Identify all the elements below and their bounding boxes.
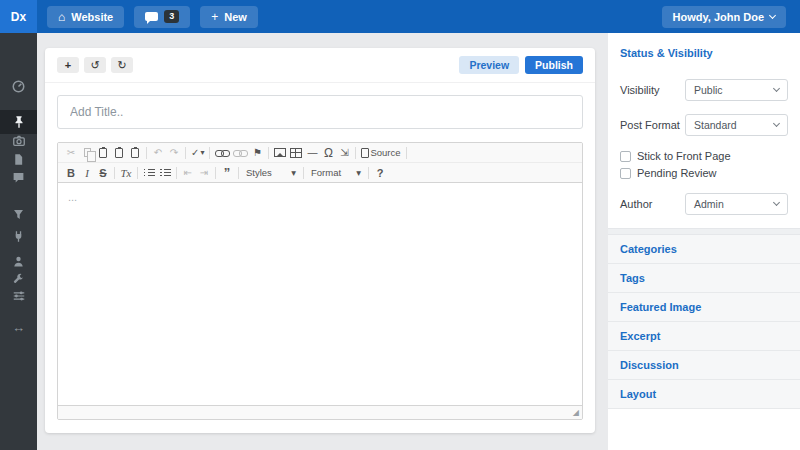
toolbar-separator xyxy=(209,147,210,159)
spellcheck-icon: ✓ xyxy=(191,147,199,158)
anchor-button[interactable]: ⚑ xyxy=(249,145,265,161)
preview-button[interactable]: Preview xyxy=(459,56,519,74)
insert-image-button[interactable] xyxy=(272,145,288,161)
visibility-select[interactable]: Public xyxy=(685,79,788,101)
caret-down-icon: ▾ xyxy=(356,167,361,178)
image-icon xyxy=(274,148,286,157)
account-label: Howdy, John Doe xyxy=(673,11,764,23)
stick-front-page-label: Stick to Front Page xyxy=(637,150,731,162)
maximize-button[interactable]: ⇲ xyxy=(336,145,352,161)
bold-button[interactable]: B xyxy=(63,165,79,181)
stick-front-page-checkbox[interactable] xyxy=(620,151,631,162)
toolbar-separator xyxy=(146,147,147,159)
account-menu-button[interactable]: Howdy, John Doe xyxy=(662,6,786,28)
sidebar-item-settings[interactable] xyxy=(0,284,37,308)
undo-toolbar-button[interactable]: ↶ xyxy=(150,145,166,161)
remove-format-button[interactable]: Tx xyxy=(118,165,134,181)
section-layout[interactable]: Layout xyxy=(608,380,800,409)
paste-word-button[interactable] xyxy=(127,145,143,161)
format-dropdown[interactable]: Format▾ xyxy=(307,165,365,181)
plugins-icon xyxy=(12,230,25,243)
pages-icon xyxy=(12,153,25,166)
editor-content-placeholder: ... xyxy=(68,191,77,203)
redo-toolbar-button[interactable]: ↷ xyxy=(166,145,182,161)
source-button[interactable]: Source xyxy=(359,145,402,161)
users-icon xyxy=(12,255,25,268)
styles-dropdown-label: Styles xyxy=(246,167,272,178)
title-input[interactable] xyxy=(57,95,583,129)
comment-bubble-icon xyxy=(145,12,158,21)
sidebar-item-plugins[interactable] xyxy=(0,224,37,248)
editor-header-actions: + ↺ ↻ xyxy=(57,57,133,73)
new-button-label: New xyxy=(224,11,247,23)
editor-content-area[interactable]: ... xyxy=(58,183,582,405)
pending-review-option[interactable]: Pending Review xyxy=(620,167,788,179)
toolbar-separator xyxy=(185,147,186,159)
pending-review-checkbox[interactable] xyxy=(620,168,631,179)
toolbar-separator xyxy=(137,167,138,179)
section-featured-image[interactable]: Featured Image xyxy=(608,293,800,322)
publish-button[interactable]: Publish xyxy=(525,56,583,74)
new-button[interactable]: + New xyxy=(200,6,258,28)
numbered-list-icon xyxy=(148,169,155,171)
pending-review-label: Pending Review xyxy=(637,167,717,179)
editor-status-bar: ◢ xyxy=(58,405,582,419)
paste-text-button[interactable] xyxy=(111,145,127,161)
settings-sliders-icon xyxy=(12,289,26,303)
chevron-down-icon xyxy=(769,11,776,18)
post-format-select[interactable]: Standard xyxy=(685,114,788,136)
toolbar-separator xyxy=(176,167,177,179)
editor-toolbar-row2: B I S Tx ⇤ ⇥ ” Styles▾ Format▾ xyxy=(58,163,582,183)
sidebar-item-comments[interactable] xyxy=(0,165,37,189)
filter-appearance-icon xyxy=(12,208,25,221)
sidebar-item-dashboard[interactable] xyxy=(0,74,37,98)
toolbar-separator xyxy=(268,147,269,159)
add-block-button[interactable]: + xyxy=(57,57,79,73)
copy-button[interactable] xyxy=(79,145,95,161)
sidebar-item-appearance[interactable] xyxy=(0,202,37,226)
collapse-arrow-icon: ↔ xyxy=(12,321,25,334)
section-categories[interactable]: Categories xyxy=(608,235,800,264)
toolbar-separator xyxy=(215,167,216,179)
section-discussion[interactable]: Discussion xyxy=(608,351,800,380)
toolbar-separator xyxy=(406,147,407,159)
blockquote-button[interactable]: ” xyxy=(219,165,235,181)
outdent-button[interactable]: ⇤ xyxy=(180,165,196,181)
unlink-icon xyxy=(233,149,247,157)
undo-button[interactable]: ↺ xyxy=(84,57,106,73)
spellcheck-button[interactable]: ✓▾ xyxy=(189,145,206,161)
cut-button[interactable]: ✂ xyxy=(63,145,79,161)
sidebar-item-collapse[interactable]: ↔ xyxy=(0,315,37,339)
section-status-visibility[interactable]: Status & Visibility xyxy=(608,33,800,59)
author-value: Admin xyxy=(694,198,724,210)
unlink-button[interactable] xyxy=(231,145,249,161)
bulleted-list-button[interactable] xyxy=(157,165,173,181)
section-tags[interactable]: Tags xyxy=(608,264,800,293)
styles-dropdown[interactable]: Styles▾ xyxy=(242,165,300,181)
link-button[interactable] xyxy=(213,145,231,161)
pin-posts-icon xyxy=(12,115,26,129)
section-excerpt[interactable]: Excerpt xyxy=(608,322,800,351)
strikethrough-button[interactable]: S xyxy=(95,165,111,181)
table-icon xyxy=(290,148,302,158)
resize-grip[interactable]: ◢ xyxy=(573,409,579,417)
insert-table-button[interactable] xyxy=(288,145,304,161)
settings-panel: Status & Visibility Visibility Public Po… xyxy=(608,33,800,450)
author-select[interactable]: Admin xyxy=(685,193,788,215)
indent-button[interactable]: ⇥ xyxy=(196,165,212,181)
paste-button[interactable] xyxy=(95,145,111,161)
horizontal-rule-button[interactable]: ― xyxy=(304,145,320,161)
italic-button[interactable]: I xyxy=(79,165,95,181)
visibility-row: Visibility Public xyxy=(620,79,788,101)
special-char-button[interactable]: Ω xyxy=(320,145,336,161)
source-icon xyxy=(361,148,369,158)
stick-front-page-option[interactable]: Stick to Front Page xyxy=(620,150,788,162)
redo-button[interactable]: ↻ xyxy=(111,57,133,73)
copy-icon xyxy=(84,148,91,157)
about-help-button[interactable]: ? xyxy=(372,165,388,181)
logo[interactable]: Dx xyxy=(0,0,37,33)
comments-button[interactable]: 3 xyxy=(134,6,190,28)
numbered-list-button[interactable] xyxy=(141,165,157,181)
website-button[interactable]: ⌂ Website xyxy=(47,6,124,28)
chevron-down-icon xyxy=(773,120,780,127)
